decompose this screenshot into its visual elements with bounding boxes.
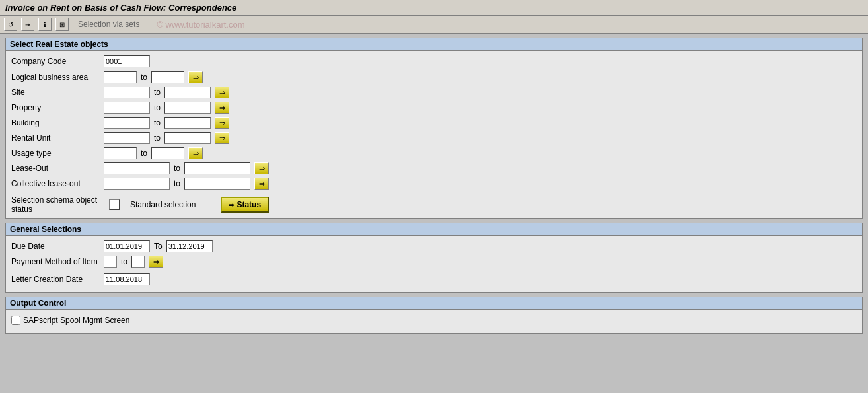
lease-out-from[interactable] xyxy=(104,162,170,174)
letter-creation-date-input[interactable] xyxy=(104,273,150,285)
to-label-2: to xyxy=(154,88,161,97)
selection-schema-label: Selection schema object status xyxy=(11,196,104,214)
status-icon: ⇒ xyxy=(229,201,234,209)
payment-method-to[interactable] xyxy=(131,256,145,268)
lease-out-to[interactable] xyxy=(184,162,250,174)
usage-type-from[interactable] xyxy=(104,147,137,159)
page-title: Invoice on Rent on Basis of Cash Flow: C… xyxy=(5,3,236,13)
general-selections-body: Due Date To Payment Method of Item to ⇒ … xyxy=(6,236,862,292)
title-bar: Invoice on Rent on Basis of Cash Flow: C… xyxy=(0,0,868,16)
watermark: © www.tutorialkart.com xyxy=(157,20,244,30)
payment-method-label: Payment Method of Item xyxy=(11,257,104,266)
property-label: Property xyxy=(11,103,104,112)
usage-type-arrow[interactable]: ⇒ xyxy=(188,147,203,159)
to-label-6: to xyxy=(141,149,147,158)
logical-business-area-label: Logical business area xyxy=(11,73,104,82)
lease-out-row: Lease-Out to ⇒ xyxy=(11,162,857,175)
back-icon: ↺ xyxy=(8,21,13,28)
collective-lease-out-arrow[interactable]: ⇒ xyxy=(254,178,269,190)
payment-method-arrow[interactable]: ⇒ xyxy=(149,256,163,268)
lease-out-arrow[interactable]: ⇒ xyxy=(254,162,269,174)
main-content: Select Real Estate objects Company Code … xyxy=(0,34,868,341)
property-arrow[interactable]: ⇒ xyxy=(215,102,229,114)
to-label-8: to xyxy=(174,179,180,188)
building-row: Building to ⇒ xyxy=(11,116,857,129)
info-button[interactable]: ℹ xyxy=(38,18,52,31)
building-arrow[interactable]: ⇒ xyxy=(215,117,229,129)
selection-icon: ⊞ xyxy=(59,21,65,28)
rental-unit-arrow[interactable]: ⇒ xyxy=(215,132,229,144)
output-control-header: Output Control xyxy=(6,297,862,310)
building-from[interactable] xyxy=(104,117,150,129)
logical-business-area-from[interactable] xyxy=(104,71,137,83)
forward-button[interactable]: ⇥ xyxy=(21,18,34,31)
site-from[interactable] xyxy=(104,87,150,98)
rental-unit-from[interactable] xyxy=(104,132,150,144)
usage-type-to[interactable] xyxy=(151,147,184,159)
selection-sets-button[interactable]: ⊞ xyxy=(55,18,69,31)
to-label-1: to xyxy=(141,73,147,82)
info-icon: ℹ xyxy=(44,21,46,28)
site-row: Site to ⇒ xyxy=(11,86,857,99)
due-date-from[interactable] xyxy=(104,240,150,252)
general-selections-section: General Selections Due Date To Payment M… xyxy=(5,223,863,293)
real-estate-section: Select Real Estate objects Company Code … xyxy=(5,38,863,219)
collective-lease-out-label: Collective lease-out xyxy=(11,179,104,188)
property-row: Property to ⇒ xyxy=(11,101,857,114)
sapscript-checkbox[interactable] xyxy=(11,316,20,325)
collective-lease-out-to[interactable] xyxy=(184,178,250,190)
site-arrow[interactable]: ⇒ xyxy=(215,87,229,98)
to-label-3: to xyxy=(154,103,161,112)
usage-type-label: Usage type xyxy=(11,149,104,158)
property-to[interactable] xyxy=(164,102,211,114)
standard-selection-label: Standard selection xyxy=(130,200,196,209)
output-control-body: SAPscript Spool Mgmt Screen xyxy=(6,310,862,333)
due-date-label: Due Date xyxy=(11,242,104,251)
sapscript-label: SAPscript Spool Mgmt Screen xyxy=(23,316,129,325)
payment-method-to-label: to xyxy=(121,257,127,266)
status-section: Selection schema object status Standard … xyxy=(11,196,857,214)
forward-icon: ⇥ xyxy=(25,21,30,28)
due-date-to[interactable] xyxy=(166,240,213,252)
status-button[interactable]: ⇒ Status xyxy=(221,197,269,213)
selection-via-sets-label: Selection via sets xyxy=(78,20,139,29)
usage-type-row: Usage type to ⇒ xyxy=(11,147,857,160)
lease-out-label: Lease-Out xyxy=(11,164,104,173)
company-code-row: Company Code xyxy=(11,55,857,68)
logical-business-area-row: Logical business area to ⇒ xyxy=(11,71,857,84)
real-estate-body: Company Code Logical business area to ⇒ … xyxy=(6,51,862,218)
payment-method-row: Payment Method of Item to ⇒ xyxy=(11,255,857,268)
payment-method-from[interactable] xyxy=(104,256,117,268)
due-date-row: Due Date To xyxy=(11,240,857,253)
letter-creation-date-row: Letter Creation Date xyxy=(11,273,857,286)
selection-schema-checkbox[interactable] xyxy=(109,199,120,210)
building-to[interactable] xyxy=(164,117,211,129)
to-label-5: to xyxy=(154,133,161,143)
property-from[interactable] xyxy=(104,102,150,114)
rental-unit-label: Rental Unit xyxy=(11,133,104,143)
to-label-4: to xyxy=(154,118,161,127)
logical-business-area-arrow[interactable]: ⇒ xyxy=(188,71,203,83)
collective-lease-out-from[interactable] xyxy=(104,178,170,190)
company-code-label: Company Code xyxy=(11,57,104,66)
site-to[interactable] xyxy=(164,87,211,98)
rental-unit-to[interactable] xyxy=(164,132,211,144)
sapscript-row: SAPscript Spool Mgmt Screen xyxy=(11,314,857,327)
company-code-input[interactable] xyxy=(104,55,150,67)
site-label: Site xyxy=(11,88,104,97)
output-control-section: Output Control SAPscript Spool Mgmt Scre… xyxy=(5,297,863,334)
status-btn-label: Status xyxy=(236,200,261,209)
real-estate-header: Select Real Estate objects xyxy=(6,38,862,51)
collective-lease-out-row: Collective lease-out to ⇒ xyxy=(11,177,857,190)
to-label-7: to xyxy=(174,164,180,173)
logical-business-area-to[interactable] xyxy=(151,71,184,83)
rental-unit-row: Rental Unit to ⇒ xyxy=(11,131,857,145)
letter-creation-date-label: Letter Creation Date xyxy=(11,275,104,284)
back-button[interactable]: ↺ xyxy=(4,18,17,31)
toolbar: ↺ ⇥ ℹ ⊞ Selection via sets © www.tutoria… xyxy=(0,16,868,34)
building-label: Building xyxy=(11,118,104,127)
general-selections-header: General Selections xyxy=(6,223,862,236)
due-date-to-label: To xyxy=(154,242,163,251)
